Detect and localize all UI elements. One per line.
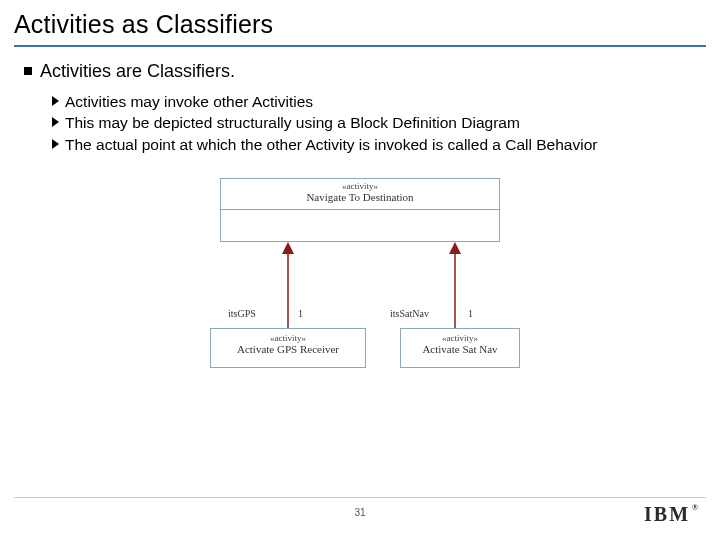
bullet-row: The actual point at which the other Acti… — [52, 135, 696, 154]
role-label-right: itsSatNav — [390, 308, 429, 319]
triangle-bullet-icon — [52, 117, 59, 127]
svg-marker-3 — [449, 242, 461, 254]
svg-marker-1 — [282, 242, 294, 254]
sub-bullets: Activities may invoke other Activities T… — [24, 92, 696, 154]
heading-span: Activities are Classifiers. — [40, 61, 235, 81]
bullet-text: This may be depicted structurally using … — [65, 113, 520, 132]
bullet-text: Activities may invoke other Activities — [65, 92, 313, 111]
footer-rule — [14, 497, 706, 498]
heading-text: Activities are Classifiers. — [40, 61, 235, 82]
diagram-wrap: «activity» Navigate To Destination «acti… — [24, 178, 696, 378]
ibm-logo: IBM® — [644, 503, 698, 526]
triangle-bullet-icon — [52, 139, 59, 149]
connector-lines — [190, 178, 530, 378]
mult-label-left: 1 — [298, 308, 303, 319]
bullet-row: Activities may invoke other Activities — [52, 92, 696, 111]
title-block: Activities as Classifiers — [0, 0, 720, 41]
bullet-text: The actual point at which the other Acti… — [65, 135, 597, 154]
mult-label-right: 1 — [468, 308, 473, 319]
role-label-left: itsGPS — [228, 308, 256, 319]
registered-icon: ® — [692, 503, 698, 512]
logo-text: IBM — [644, 503, 690, 525]
bdd-diagram: «activity» Navigate To Destination «acti… — [190, 178, 530, 378]
bullet-row: This may be depicted structurally using … — [52, 113, 696, 132]
heading-row: Activities are Classifiers. — [24, 61, 696, 82]
page-number: 31 — [0, 507, 720, 518]
square-bullet-icon — [24, 67, 32, 75]
triangle-bullet-icon — [52, 96, 59, 106]
slide-title: Activities as Classifiers — [14, 10, 706, 39]
slide: Activities as Classifiers Activities are… — [0, 0, 720, 540]
content-area: Activities are Classifiers. Activities m… — [0, 47, 720, 378]
